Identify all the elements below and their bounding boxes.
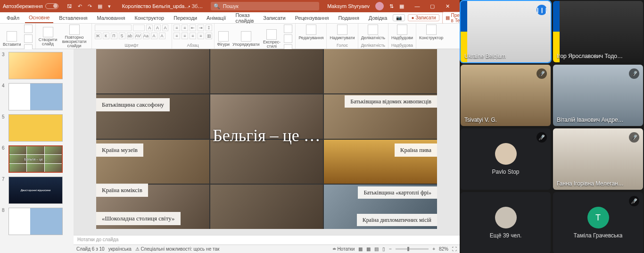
slide-thumb-3[interactable] — [8, 52, 63, 79]
participant-tile[interactable]: 🎤̸ Tsivatyi V. G. — [461, 65, 551, 126]
new-slide-button[interactable]: Створити слайд — [39, 27, 58, 46]
indent-dec-button[interactable]: ⇤ — [190, 25, 196, 31]
autosave-toggle[interactable]: Автозбереження — [0, 3, 61, 9]
font-size-select[interactable] — [133, 25, 145, 31]
cut-button[interactable] — [24, 25, 33, 33]
highlight-button[interactable]: A — [151, 33, 157, 39]
underline-button[interactable]: П — [111, 33, 117, 39]
zoom-level[interactable]: 82% — [439, 246, 448, 252]
shape-fill-button[interactable] — [284, 25, 292, 33]
save-icon[interactable]: 🖫 — [67, 3, 72, 9]
reuse-slides-button[interactable]: Повторно використати слайди — [60, 25, 89, 48]
fit-button[interactable]: ⛶ — [452, 246, 457, 252]
bold-button[interactable]: Ж — [95, 33, 101, 39]
paste-button[interactable]: Вставити — [3, 31, 21, 47]
align-center-button[interactable]: ≡ — [182, 33, 188, 39]
font-family-select[interactable] — [95, 25, 132, 31]
quick-styles-button[interactable]: Експрес-стилі — [262, 29, 281, 49]
tab-home[interactable]: Основне — [25, 13, 53, 23]
columns-button[interactable]: ▥ — [206, 33, 212, 39]
case-button[interactable]: Aa — [143, 33, 149, 39]
slide-canvas[interactable]: Батьківщина саксофону Батьківщина відоми… — [74, 49, 460, 235]
tab-design[interactable]: Конструктор — [131, 13, 168, 23]
camera-button[interactable]: 📷 — [393, 14, 405, 21]
reading-view-button[interactable]: ▤ — [374, 246, 379, 252]
redo-icon[interactable]: ↷ — [88, 3, 92, 9]
participant-tile[interactable]: Ігор Ярославович Тодо… — [553, 1, 643, 62]
slide-thumb-7[interactable]: Двосторонні відносини — [8, 177, 63, 204]
editing-button[interactable]: Редагування — [298, 25, 323, 40]
grow-font-button[interactable]: A — [146, 25, 153, 31]
zoom-slider[interactable] — [396, 248, 429, 250]
font-color-button[interactable]: A — [159, 33, 165, 39]
more-icon[interactable]: ▾ — [108, 3, 111, 9]
tab-record[interactable]: Записати — [259, 13, 289, 23]
user-name[interactable]: Maksym Shyryaev — [327, 3, 370, 9]
record-button[interactable]: ● Записати — [408, 14, 439, 21]
participant-tile[interactable]: 🎤̸ Т Таміла Грачевська — [553, 192, 643, 253]
designer-button[interactable]: Конструктор — [419, 25, 443, 40]
shadow-button[interactable]: ab — [127, 33, 133, 39]
slide-thumb-5[interactable] — [8, 114, 63, 142]
align-right-button[interactable]: ≡ — [190, 33, 196, 39]
spacing-button[interactable]: AV — [135, 33, 141, 39]
undo-icon[interactable]: ↶ — [78, 3, 82, 9]
tab-transitions[interactable]: Переходи — [170, 13, 201, 23]
italic-button[interactable]: К — [103, 33, 109, 39]
search-input[interactable]: 🔍 Пошук — [211, 2, 319, 10]
avatar-icon[interactable] — [375, 2, 384, 10]
muted-icon: 🎤̸ — [629, 196, 639, 206]
accessibility-button[interactable]: ⚠ Спеціальні можливості: щось не так — [135, 246, 220, 252]
tab-insert[interactable]: Вставлення — [55, 13, 91, 23]
normal-view-button[interactable]: ▦ — [358, 246, 363, 252]
group-sensitivity: Делікатність Делікатність — [358, 24, 388, 49]
minimize-button[interactable]: — — [410, 3, 425, 9]
tab-send[interactable]: Подання — [334, 13, 363, 23]
participant-tile[interactable]: ❙❙❙ Ukraine Belgium — [461, 1, 551, 62]
copy-button[interactable] — [24, 34, 33, 43]
sync-icon[interactable]: ⇅ — [389, 3, 394, 9]
tab-slideshow[interactable]: Показ слайдів — [231, 10, 257, 25]
shapes-button[interactable]: Фігури — [217, 31, 230, 47]
shrink-font-button[interactable]: A — [154, 25, 161, 31]
maximize-button[interactable]: ▢ — [425, 3, 440, 9]
language-button[interactable]: українська — [108, 246, 132, 252]
avatar-icon: Т — [587, 207, 609, 228]
tab-review[interactable]: Рецензування — [291, 13, 333, 23]
zoom-in-button[interactable]: + — [432, 246, 435, 252]
tab-help[interactable]: Довідка — [365, 13, 391, 23]
app-icon[interactable]: ▦ — [399, 3, 404, 9]
indent-inc-button[interactable]: ⇥ — [198, 25, 204, 31]
participant-tile[interactable]: 🎤̸ Віталій Іванович Андре… — [553, 65, 643, 126]
justify-button[interactable]: ≡ — [198, 33, 204, 39]
arrange-button[interactable]: Упорядкувати — [232, 31, 259, 47]
bullets-button[interactable]: ≡ — [173, 25, 180, 31]
more-participants-tile[interactable]: Ещё 39 чел. — [461, 192, 551, 253]
slide-thumb-6[interactable]: Бельгія – це … — [8, 145, 63, 173]
numbering-button[interactable]: ≡ — [182, 25, 188, 31]
dictate-button[interactable]: Надиктувати — [330, 25, 355, 40]
align-left-button[interactable]: ≡ — [173, 33, 180, 39]
clear-format-button[interactable]: A — [162, 25, 169, 31]
close-button[interactable]: ✕ — [440, 3, 455, 9]
tab-file[interactable]: Файл — [3, 13, 23, 23]
slideshow-icon[interactable]: ▦ — [98, 3, 102, 9]
notes-pane[interactable]: Нотатки до слайда — [74, 235, 460, 245]
shape-outline-button[interactable] — [284, 34, 292, 43]
strike-button[interactable]: S — [119, 33, 125, 39]
tab-animations[interactable]: Анімації — [203, 13, 230, 23]
addins-button[interactable]: Надбудови — [391, 25, 413, 40]
tab-draw[interactable]: Малювання — [93, 13, 129, 23]
slide-thumb-4[interactable] — [8, 83, 63, 110]
line-spacing-button[interactable]: ‡ — [206, 25, 212, 31]
document-title[interactable]: Королівство Бельгія_upda… • Збережено у … — [116, 3, 211, 9]
notes-button[interactable]: ≐ Нотатки — [332, 246, 355, 252]
slide-thumb-8[interactable] — [8, 208, 63, 235]
sorter-view-button[interactable]: ▦ — [366, 246, 371, 252]
zoom-out-button[interactable]: − — [389, 246, 392, 252]
participant-tile[interactable]: 🎤̸ Pavlo Stop — [461, 128, 551, 190]
thumbnail-panel[interactable]: 3 4 5 6Бельгія – це … 7Двосторонні відно… — [0, 49, 74, 253]
participant-tile[interactable]: 🎤̸ Ганна Ігорівна Мелеган… — [553, 128, 643, 190]
slideshow-view-button[interactable]: ▯ — [382, 246, 385, 252]
sensitivity-button[interactable]: Делікатність — [361, 25, 385, 40]
